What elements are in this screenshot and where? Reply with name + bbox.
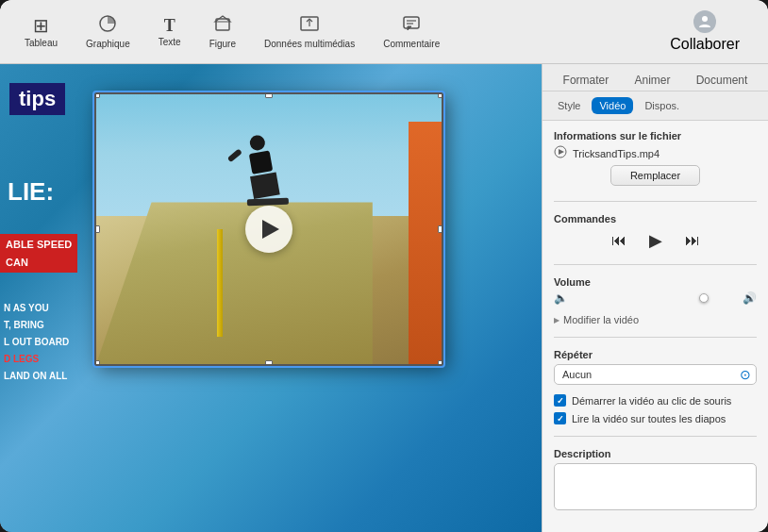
video-wall	[409, 122, 442, 364]
handle-top-left[interactable]	[94, 92, 100, 98]
toolbar-item-tableau[interactable]: ⊞ Tableau	[19, 12, 63, 52]
toolbar-item-graphique[interactable]: Graphique	[80, 10, 136, 53]
canvas-area: tips LIE: ABLE SPEEDCAN	[0, 64, 542, 532]
slide-background: tips LIE: ABLE SPEEDCAN	[0, 64, 542, 532]
svg-marker-10	[559, 149, 564, 155]
tips-badge-container: tips	[9, 83, 65, 115]
divider-4	[554, 436, 757, 437]
play-pause-button[interactable]: ▶	[645, 228, 666, 253]
handle-bottom-mid[interactable]	[265, 360, 273, 366]
tab-animer[interactable]: Animer	[625, 70, 679, 91]
skater-head	[248, 134, 266, 152]
checkbox-all-slides-input[interactable]	[554, 412, 566, 424]
rewind-button[interactable]: ⏮	[608, 230, 630, 251]
volume-thumb[interactable]	[699, 293, 709, 303]
toolbar: ⊞ Tableau Graphique T Texte	[0, 0, 768, 64]
toolbar-left: ⊞ Tableau Graphique T Texte	[19, 10, 445, 53]
toolbar-item-donnees[interactable]: Données multimédias	[259, 10, 360, 53]
video-pole	[217, 229, 223, 337]
repeter-select-wrapper: Aucun En boucle Aller-retour ⊙	[554, 364, 757, 385]
skater-legs	[250, 172, 280, 198]
tab-document[interactable]: Document	[687, 70, 758, 91]
lie-text: LIE:	[8, 177, 54, 207]
toolbar-item-figure[interactable]: Figure	[204, 10, 242, 53]
handle-bottom-right[interactable]	[438, 360, 443, 366]
file-info-title: Informations sur le fichier	[554, 130, 757, 141]
divider-2	[554, 264, 757, 265]
commands-section: Commandes ⏮ ▶ ⏭	[554, 213, 757, 253]
checkbox-all-slides-label: Lire la vidéo sur toutes les diapos	[572, 413, 726, 424]
handle-top-mid[interactable]	[265, 92, 273, 98]
repeter-select[interactable]: Aucun En boucle Aller-retour	[554, 364, 757, 385]
checkbox-all-slides: Lire la vidéo sur toutes les diapos	[554, 412, 757, 424]
red-text: ABLE SPEEDCAN	[0, 234, 77, 273]
video-frame[interactable]	[94, 92, 443, 366]
repeter-title: Répéter	[554, 349, 757, 360]
toolbar-item-collaborer[interactable]: Collaborer	[660, 7, 749, 57]
modifier-label: Modifier la vidéo	[563, 314, 639, 325]
divider-3	[554, 337, 757, 338]
volume-high-icon: 🔊	[743, 291, 757, 305]
file-info-row: TricksandTips.mp4	[554, 145, 757, 161]
toolbar-item-texte[interactable]: T Texte	[153, 13, 187, 51]
panel-content: Informations sur le fichier TricksandTip…	[543, 121, 768, 520]
volume-section: Volume 🔈 🔊	[554, 276, 757, 305]
skater-torso	[248, 150, 272, 174]
texte-icon: T	[164, 17, 175, 34]
replace-button[interactable]: Remplacer	[610, 165, 700, 186]
file-icon	[554, 145, 567, 161]
graphique-icon	[98, 14, 117, 36]
subtab-video[interactable]: Vidéo	[592, 97, 633, 114]
tips-badge: tips	[9, 83, 65, 115]
volume-low-icon: 🔈	[554, 291, 568, 305]
app-window: ⊞ Tableau Graphique T Texte	[0, 0, 768, 532]
checkbox-start-click-input[interactable]	[554, 394, 566, 407]
figure-icon	[213, 14, 232, 36]
main-content: tips LIE: ABLE SPEEDCAN	[0, 64, 768, 532]
description-title: Description	[554, 448, 757, 459]
play-button[interactable]	[245, 206, 292, 253]
commands-title: Commandes	[554, 213, 757, 224]
handle-bottom-left[interactable]	[94, 360, 100, 366]
description-section: Description	[554, 448, 757, 510]
tableau-icon: ⊞	[33, 16, 49, 35]
controls-row: ⏮ ▶ ⏭	[554, 228, 757, 253]
collaborer-icon	[693, 10, 716, 33]
subtab-dispos[interactable]: Dispos.	[637, 97, 687, 114]
volume-row: 🔈 🔊	[554, 291, 757, 305]
toolbar-label-texte: Texte	[159, 37, 181, 47]
fast-forward-button[interactable]: ⏭	[681, 230, 704, 251]
toolbar-label-donnees: Données multimédias	[264, 39, 355, 49]
commentaire-icon	[402, 14, 421, 36]
toolbar-right: Collaborer	[660, 7, 749, 57]
checkbox-start-click-label: Démarrer la vidéo au clic de souris	[572, 395, 731, 407]
checkbox-start-click: Démarrer la vidéo au clic de souris	[554, 394, 757, 407]
lie-heading: LIE:	[8, 177, 54, 207]
panel-sub-tabs: Style Vidéo Dispos.	[543, 91, 768, 121]
handle-mid-right[interactable]	[438, 225, 443, 233]
white-text-block: N AS YOUT, BRINGL OUT BOARD D LEGS LAND …	[4, 300, 69, 385]
toolbar-label-commentaire: Commentaire	[383, 39, 440, 49]
handle-mid-left[interactable]	[94, 225, 100, 233]
red-legs: D LEGS	[4, 354, 39, 364]
red-text-block: ABLE SPEEDCAN	[0, 234, 77, 273]
panel-top-tabs: Formater Animer Document	[543, 64, 768, 91]
skater-board	[247, 198, 289, 207]
donnees-icon	[299, 14, 320, 36]
svg-point-8	[702, 16, 708, 22]
handle-top-right[interactable]	[438, 92, 443, 98]
filename: TricksandTips.mp4	[573, 148, 659, 159]
toolbar-label-tableau: Tableau	[25, 38, 58, 48]
volume-title: Volume	[554, 276, 757, 288]
modifier-video-link[interactable]: Modifier la vidéo	[554, 314, 757, 325]
tab-formater[interactable]: Formater	[554, 70, 619, 91]
checkboxes-section: Démarrer la vidéo au clic de souris Lire…	[554, 394, 757, 424]
svg-rect-1	[216, 19, 229, 30]
subtab-style[interactable]: Style	[550, 97, 588, 114]
toolbar-item-commentaire[interactable]: Commentaire	[377, 10, 445, 53]
description-textarea[interactable]	[554, 463, 757, 510]
divider-1	[554, 201, 757, 202]
toolbar-label-figure: Figure	[209, 39, 236, 49]
lie-label: LIE:	[8, 177, 54, 206]
repeter-section: Répéter Aucun En boucle Aller-retour ⊙	[554, 349, 757, 385]
